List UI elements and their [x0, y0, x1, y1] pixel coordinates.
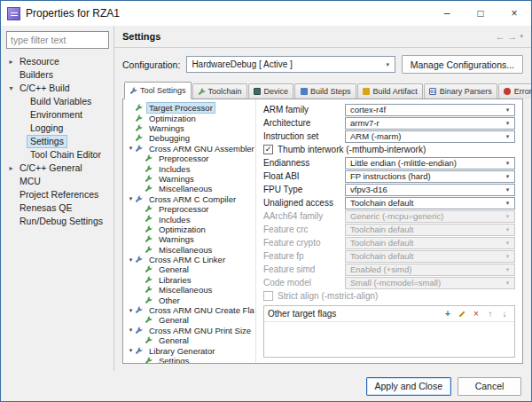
configuration-label: Configuration: [122, 59, 180, 70]
properties-tree-item[interactable]: Build Variables [6, 95, 109, 108]
tree-arrow-icon[interactable]: ▾ [127, 256, 135, 264]
nav-dropdown-icon[interactable]: ▾ [520, 33, 523, 40]
wrench-icon [145, 164, 153, 173]
chevron-down-icon: ▾ [501, 173, 514, 180]
wrench-icon [145, 225, 153, 233]
form-row: Feature crc Toolchain default ▾ [263, 223, 515, 236]
page-nav: ← → ▾ [495, 32, 523, 42]
tab-binary-parsers[interactable]: 01 Binary Parsers [424, 83, 497, 99]
endianness-select[interactable]: Little endian (-mlittle-endian) ▾ [345, 157, 515, 169]
tree-arrow-icon[interactable]: ▾ [127, 145, 135, 152]
thumb-interwork-checkbox[interactable]: ✓ [263, 145, 273, 154]
properties-tree-item[interactable]: Builders [6, 68, 109, 82]
unaligned-access-select[interactable]: Toolchain default ▾ [345, 197, 515, 209]
architecture-select[interactable]: armv7-r ▾ [345, 117, 515, 130]
tree-arrow-icon[interactable]: ▾ [6, 84, 16, 92]
form-row: ✓ Thumb interwork (-mthumb-interwork) [263, 143, 515, 156]
move-down-icon[interactable]: ↓ [498, 308, 511, 319]
tab-tool-settings[interactable]: Tool Settings [124, 82, 192, 99]
feature-crc-label: Feature crc [263, 225, 345, 234]
cancel-button[interactable]: Cancel [458, 377, 521, 396]
tree-arrow-icon[interactable]: ▾ [127, 195, 135, 202]
tree-arrow-icon[interactable]: ▸ [6, 164, 16, 172]
code-model-label: Code model [263, 278, 345, 288]
tree-arrow-icon[interactable]: ▾ [127, 307, 135, 314]
properties-tree-item[interactable]: Settings [6, 135, 109, 148]
properties-tree-item[interactable]: ▸ C/C++ General [6, 162, 109, 175]
delete-flag-icon[interactable]: × [470, 308, 482, 319]
instruction-set-select[interactable]: ARM (-marm) ▾ [345, 130, 515, 143]
wrench-icon [145, 265, 153, 274]
tool-tree-item[interactable]: Settings [127, 356, 255, 363]
back-arrow-icon[interactable]: ← [495, 32, 505, 42]
tab-toolchain[interactable]: Toolchain [192, 83, 247, 99]
properties-tree-item[interactable]: Run/Debug Settings [6, 215, 109, 228]
configuration-select[interactable]: HardwareDebug [ Active ] ▾ [186, 56, 395, 73]
form-row: Architecture armv7-r ▾ [263, 116, 515, 130]
properties-tree-item-label: Project References [16, 188, 102, 201]
properties-tree-item[interactable]: Renesas QE [6, 201, 109, 215]
maximize-button[interactable]: □ [464, 1, 497, 26]
properties-tree-item[interactable]: Project References [6, 188, 109, 201]
feature-crypto-select: Toolchain default ▾ [345, 237, 515, 249]
wrench-icon [135, 346, 144, 355]
properties-tree-item[interactable]: Tool Chain Editor [6, 148, 109, 162]
device-icon [254, 88, 262, 96]
form-row: Instruction set ARM (-marm) ▾ [263, 130, 515, 143]
form-row: Feature simd Enabled (+simd) ▾ [263, 263, 515, 276]
float-abi-select[interactable]: FP instructions (hard) ▾ [345, 170, 515, 183]
edit-flag-icon[interactable] [456, 308, 468, 319]
arm-family-select[interactable]: cortex-r4f ▾ [345, 104, 515, 116]
wrench-icon [145, 296, 153, 304]
tab-device[interactable]: Device [248, 83, 294, 99]
other-target-flags-list[interactable] [264, 321, 514, 357]
tab-build-artifact[interactable]: Build Artifact [357, 83, 423, 99]
add-flag-icon[interactable]: + [442, 308, 454, 319]
wrench-icon [145, 154, 153, 163]
float-abi-label: Float ABI [263, 171, 345, 181]
properties-tree-item[interactable]: ▾ C/C++ Build [6, 82, 109, 95]
form-row: Strict align (-mstrict-align) [263, 289, 515, 303]
chevron-down-icon: ▾ [501, 240, 514, 247]
window-icon [7, 7, 20, 20]
properties-tree-item[interactable]: MCU [6, 175, 109, 188]
tab-build-steps[interactable]: Build Steps [294, 83, 356, 99]
sidebar: ▸ Resource Builders ▾ C/C++ Build Build … [1, 26, 114, 371]
tab-label: Tool Settings [140, 86, 186, 95]
fpu-type-select[interactable]: vfpv3-d16 ▾ [345, 184, 515, 196]
configuration-row: Configuration: HardwareDebug [ Active ] … [114, 48, 531, 79]
manage-configurations-button[interactable]: Manage Configurations... [402, 55, 523, 74]
wrench-icon [145, 185, 153, 193]
tree-arrow-icon[interactable]: ▾ [127, 327, 135, 334]
tree-arrow-icon[interactable]: ▸ [6, 58, 16, 66]
properties-tree-item[interactable]: Logging [6, 122, 109, 135]
properties-tree-item-label: Run/Debug Settings [16, 215, 106, 228]
tool-tree-item[interactable]: Miscellaneous [127, 285, 255, 295]
tab-label: Error Parsers [514, 87, 532, 96]
feature-fp-select: Toolchain default ▾ [345, 250, 515, 263]
aarch64-family-select: Generic (-mcpu=generic) ▾ [345, 210, 515, 223]
close-button[interactable]: × [497, 1, 531, 26]
tab-label: Binary Parsers [440, 87, 492, 96]
properties-tree-item[interactable]: Environment [6, 108, 109, 122]
filter-input[interactable] [6, 31, 109, 49]
chevron-down-icon: ▾ [501, 200, 514, 207]
feature-simd-select: Enabled (+simd) ▾ [345, 264, 515, 276]
properties-dialog: Properties for RZA1 – □ × ▸ Resource Bui… [0, 0, 532, 402]
footer: Apply and Close Cancel [1, 371, 531, 401]
properties-tree-item-label: Logging [27, 122, 66, 135]
form-row: AArch64 family Generic (-mcpu=generic) ▾ [263, 209, 515, 223]
wrench-icon [145, 356, 153, 363]
fpu-type-label: FPU Type [263, 185, 345, 194]
tree-arrow-icon[interactable]: ▾ [127, 347, 135, 354]
tab-error-parsers[interactable]: Error Parsers [498, 83, 532, 99]
minimize-button[interactable]: – [430, 1, 464, 26]
tab-label: Toolchain [208, 87, 242, 96]
build-steps-icon [300, 88, 308, 96]
move-up-icon[interactable]: ↑ [484, 308, 497, 319]
properties-tree: ▸ Resource Builders ▾ C/C++ Build Build … [6, 55, 109, 228]
forward-arrow-icon[interactable]: → [507, 32, 517, 42]
properties-tree-item[interactable]: ▸ Resource [6, 55, 109, 68]
settings-tabfolder: Tool Settings Toolchain Device [122, 81, 523, 364]
apply-and-close-button[interactable]: Apply and Close [366, 377, 451, 396]
